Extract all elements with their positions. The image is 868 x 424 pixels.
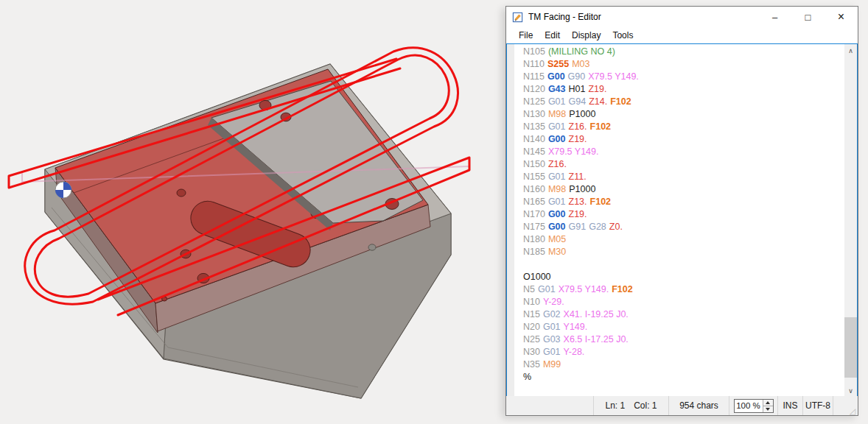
code-token: Z13. bbox=[569, 197, 587, 207]
code-token: G00 bbox=[548, 209, 566, 219]
code-token: P1000 bbox=[569, 109, 595, 119]
origin-marker-icon bbox=[55, 182, 71, 198]
code-token: N115 bbox=[523, 71, 545, 82]
code-token: P1000 bbox=[569, 184, 595, 194]
status-bar: Ln: 1 Col: 1 954 chars 100 % INS UTF-8 ◿ bbox=[506, 396, 858, 415]
code-token: G00 bbox=[548, 134, 566, 144]
code-token: M03 bbox=[572, 59, 589, 69]
code-token: N155 bbox=[523, 172, 545, 182]
code-token: N170 bbox=[523, 209, 545, 219]
code-token: Z19. bbox=[588, 84, 606, 94]
code-token: F102 bbox=[612, 284, 633, 294]
code-editor[interactable]: N105(MILLING NO 4)N110S255M03N115G00G90X… bbox=[506, 43, 858, 398]
code-line: % bbox=[523, 371, 642, 384]
code-token: G94 bbox=[569, 96, 587, 107]
scroll-up-button[interactable]: ∧ bbox=[844, 44, 857, 57]
code-line: N5G01X79.5 Y149.F102 bbox=[523, 283, 642, 296]
code-token: N125 bbox=[523, 96, 545, 107]
code-line: N150Z16. bbox=[523, 158, 642, 171]
code-line bbox=[523, 258, 642, 271]
code-token: G03 bbox=[543, 334, 561, 344]
code-token: N25 bbox=[523, 334, 540, 344]
minimize-button[interactable]: – bbox=[758, 7, 791, 27]
code-token: N5 bbox=[523, 284, 535, 294]
maximize-button[interactable]: □ bbox=[791, 7, 825, 27]
code-line: N165G01Z13.F102 bbox=[523, 196, 642, 208]
code-token: O1000 bbox=[523, 272, 551, 282]
code-token: N20 bbox=[523, 322, 540, 332]
code-line: N15G02X41. I-19.25 J0. bbox=[523, 308, 642, 321]
code-line: N170G00Z19. bbox=[523, 208, 642, 221]
code-line: N25G03X6.5 I-17.25 J0. bbox=[523, 333, 642, 346]
code-token: F102 bbox=[590, 197, 612, 207]
code-token: (MILLING NO 4) bbox=[548, 46, 615, 57]
code-line: N185M30 bbox=[523, 246, 642, 258]
code-token: N165 bbox=[523, 197, 545, 207]
code-token: N10 bbox=[523, 297, 540, 307]
code-line: N145X79.5 Y149. bbox=[523, 146, 642, 158]
code-line: N35M99 bbox=[523, 358, 642, 371]
code-token: M98 bbox=[548, 184, 566, 194]
code-token: N150 bbox=[523, 159, 545, 169]
code-token: N185 bbox=[523, 247, 545, 257]
code-token: N105 bbox=[523, 46, 545, 57]
resize-grip-icon[interactable]: ◿ bbox=[850, 407, 857, 415]
menu-tools[interactable]: Tools bbox=[606, 29, 639, 42]
code-token: Z14. bbox=[589, 96, 607, 107]
code-token: G01 bbox=[543, 322, 561, 332]
code-token: G01 bbox=[548, 96, 566, 107]
code-line: N105(MILLING NO 4) bbox=[523, 46, 642, 58]
code-line: N120G43H01Z19. bbox=[523, 83, 642, 96]
menu-file[interactable]: File bbox=[513, 29, 539, 42]
status-line-number: Ln: 1 bbox=[605, 400, 625, 411]
title-bar[interactable]: TM Facing - Editor – □ × bbox=[506, 7, 858, 27]
code-line: N125G01G94Z14.F102 bbox=[523, 96, 642, 108]
code-token: % bbox=[523, 372, 531, 382]
zoom-increase-button[interactable] bbox=[763, 400, 773, 406]
code-token: G90 bbox=[568, 71, 586, 82]
zoom-spinner[interactable]: 100 % bbox=[734, 399, 774, 413]
scroll-down-button[interactable]: ∨ bbox=[844, 384, 857, 397]
zoom-value: 100 % bbox=[735, 400, 763, 412]
code-token: X6.5 I-17.25 J0. bbox=[564, 334, 629, 344]
code-token: G01 bbox=[538, 284, 556, 294]
up-triangle-icon bbox=[766, 401, 770, 404]
menu-bar: File Edit Display Tools bbox=[506, 27, 858, 43]
close-button[interactable]: × bbox=[825, 7, 858, 27]
scroll-thumb[interactable] bbox=[844, 317, 857, 378]
code-line: N110S255M03 bbox=[523, 58, 642, 71]
code-token: X41. I-19.25 J0. bbox=[564, 309, 629, 319]
code-token: N110 bbox=[523, 59, 545, 69]
status-char-count: 954 chars bbox=[679, 400, 718, 411]
menu-edit[interactable]: Edit bbox=[539, 29, 566, 42]
status-column-number: Col: 1 bbox=[634, 400, 657, 411]
code-token: G01 bbox=[548, 121, 566, 132]
code-token: M05 bbox=[548, 234, 566, 244]
app-icon bbox=[512, 12, 523, 23]
code-token: Z16. bbox=[548, 159, 567, 169]
code-token: Z19. bbox=[569, 209, 587, 219]
code-token: G43 bbox=[548, 84, 566, 94]
code-token: N180 bbox=[523, 234, 545, 244]
code-token: G01 bbox=[548, 172, 566, 182]
code-token: G00 bbox=[547, 71, 565, 82]
code-token: G91 bbox=[569, 222, 587, 232]
code-token: X79.5 Y149. bbox=[548, 146, 599, 157]
code-token: Z0. bbox=[609, 222, 623, 232]
code-token: N160 bbox=[523, 184, 545, 194]
zoom-decrease-button[interactable] bbox=[763, 406, 773, 412]
code-line: N160M98P1000 bbox=[523, 183, 642, 196]
code-text[interactable]: N105(MILLING NO 4)N110S255M03N115G00G90X… bbox=[523, 46, 642, 384]
code-token: G01 bbox=[543, 347, 561, 357]
code-token: N130 bbox=[523, 109, 545, 119]
code-token: H01 bbox=[569, 84, 586, 94]
menu-display[interactable]: Display bbox=[566, 29, 606, 42]
code-token: N140 bbox=[523, 134, 545, 144]
code-token: G02 bbox=[543, 309, 561, 319]
code-token: Z16. bbox=[569, 121, 587, 132]
cad-viewport[interactable] bbox=[0, 0, 505, 424]
code-token: G28 bbox=[589, 222, 606, 232]
window-title: TM Facing - Editor bbox=[528, 12, 758, 22]
code-token: N15 bbox=[523, 309, 540, 319]
vertical-scrollbar[interactable]: ∧ ∨ bbox=[844, 44, 857, 397]
